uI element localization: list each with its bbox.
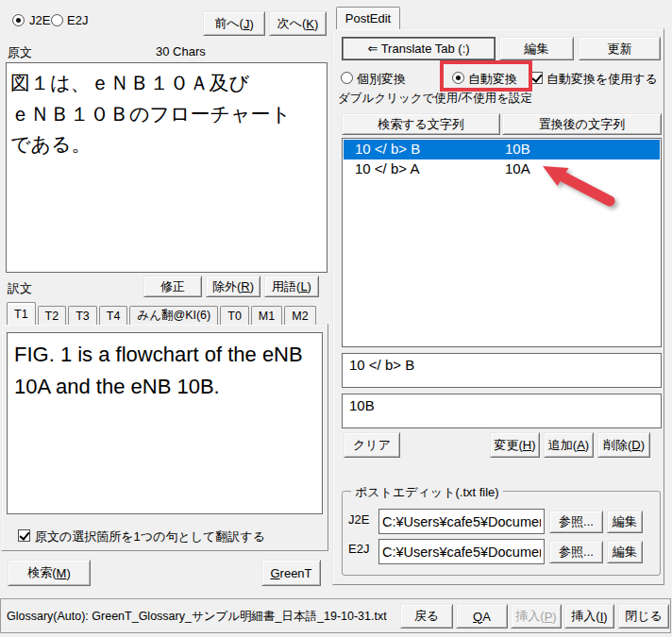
j2e-path-input[interactable] bbox=[378, 509, 545, 534]
e2j-browse-button[interactable]: 参照... bbox=[549, 541, 603, 563]
term-button[interactable]: 用語(L) bbox=[264, 276, 319, 297]
tab-m1[interactable]: M1 bbox=[251, 306, 282, 325]
exclude-button[interactable]: 除外(R) bbox=[206, 276, 260, 297]
e2j-edit-button[interactable]: 編集 bbox=[607, 541, 643, 563]
use-auto-checkbox-label: 自動変換を使用する bbox=[546, 71, 658, 88]
cell-search: 10 </ b> B bbox=[355, 141, 420, 157]
search-string-input[interactable]: 10 </ b> B bbox=[342, 353, 662, 388]
path-row-label-j2e: J2E bbox=[348, 512, 369, 527]
tab-t2[interactable]: T2 bbox=[38, 306, 67, 325]
sentence-checkbox[interactable] bbox=[18, 529, 30, 542]
label: 前へ( bbox=[214, 15, 244, 32]
radio-e2j[interactable] bbox=[51, 14, 63, 26]
delete-button[interactable]: 削除(D) bbox=[597, 432, 650, 458]
label: K bbox=[306, 17, 314, 31]
table-row[interactable]: 10 </ b> B 10B bbox=[344, 140, 660, 159]
char-count: 30 Chars bbox=[156, 44, 206, 59]
tab-minhon[interactable]: みん翻@KI(6) bbox=[129, 306, 218, 325]
label: ) bbox=[552, 610, 556, 624]
radio-j2e[interactable] bbox=[12, 14, 25, 26]
tab-postedit[interactable]: PostEdit bbox=[336, 7, 400, 29]
source-label: 原文 bbox=[8, 44, 32, 61]
next-button[interactable]: 次へ(K) bbox=[269, 11, 327, 36]
column-header-search[interactable]: 検索する文字列 bbox=[342, 113, 500, 135]
search-button[interactable]: 検索(M) bbox=[8, 560, 91, 586]
label: H bbox=[523, 438, 531, 452]
label: Q bbox=[473, 610, 482, 624]
label: A bbox=[482, 610, 491, 624]
sentence-checkbox-label: 原文の選択箇所を1つの句として翻訳する bbox=[35, 528, 265, 545]
label: M bbox=[57, 566, 67, 580]
add-button[interactable]: 追加(A) bbox=[544, 432, 594, 458]
cell-replace: 10A bbox=[505, 160, 530, 176]
postedit-file-group-label: ポストエディット(.txt file) bbox=[351, 484, 503, 501]
translation-textarea[interactable]: FIG. 1 is a flowchart of the eNB 10A and… bbox=[7, 332, 323, 514]
e2j-path-input[interactable] bbox=[378, 539, 545, 564]
doubleclick-hint: ダブルクリックで使用/不使用を設定 bbox=[338, 91, 532, 107]
radio-e2j-label: E2J bbox=[67, 13, 88, 27]
tab-t3[interactable]: T3 bbox=[68, 306, 97, 325]
highlight-box bbox=[440, 60, 532, 92]
j2e-browse-button[interactable]: 参照... bbox=[549, 511, 603, 533]
label: D bbox=[631, 438, 640, 452]
update-button[interactable]: 更新 bbox=[579, 37, 661, 60]
insert-p-button: 挿入(P) bbox=[511, 604, 562, 629]
label: 挿入( bbox=[571, 608, 599, 625]
label: ) bbox=[308, 279, 311, 293]
column-header-replace[interactable]: 置換後の文字列 bbox=[502, 113, 662, 135]
prev-button[interactable]: 前へ(J) bbox=[203, 11, 265, 36]
label: ) bbox=[66, 566, 70, 580]
fix-button[interactable]: 修正 bbox=[143, 276, 202, 297]
label: reenT bbox=[280, 566, 312, 580]
glossary-status: Glossary(Auto): GreenT_Glossary_サンプル明細書_… bbox=[7, 609, 387, 625]
label: R bbox=[241, 279, 249, 293]
radio-j2e-label: J2E bbox=[29, 13, 50, 27]
path-row-label-e2j: E2J bbox=[348, 542, 369, 556]
close-button[interactable]: 閉じる bbox=[618, 604, 669, 629]
cell-search: 10 </ b> A bbox=[355, 160, 419, 176]
tab-t1[interactable]: T1 bbox=[7, 302, 36, 325]
tab-m2[interactable]: M2 bbox=[284, 306, 315, 325]
label: ) bbox=[531, 438, 535, 452]
source-textarea[interactable]: 図１は、ｅＮＢ１０Ａ及び ｅＮＢ１０Ｂのフローチャート である。 bbox=[6, 62, 328, 273]
label: ) bbox=[641, 438, 645, 452]
label: ) bbox=[314, 17, 318, 31]
cell-replace: 10B bbox=[505, 141, 530, 157]
label: L bbox=[300, 279, 307, 293]
label: ) bbox=[250, 279, 254, 293]
label: 追加( bbox=[548, 437, 577, 454]
label: ) bbox=[603, 610, 607, 624]
label: 検索( bbox=[27, 564, 56, 581]
insert-i-button[interactable]: 挿入(I) bbox=[564, 604, 614, 629]
annotation-arrow bbox=[534, 158, 629, 216]
tab-t0[interactable]: T0 bbox=[220, 306, 249, 325]
label: G bbox=[270, 566, 279, 580]
label: 挿入( bbox=[515, 608, 544, 625]
tab-t4[interactable]: T4 bbox=[99, 306, 128, 325]
translate-tab-button[interactable]: ⇐ Translate Tab (:) bbox=[342, 37, 496, 60]
radio-individual[interactable] bbox=[341, 72, 353, 84]
label: ) bbox=[249, 17, 253, 31]
label: 変更( bbox=[494, 437, 522, 454]
change-button[interactable]: 変更(H) bbox=[490, 432, 540, 458]
label: 削除( bbox=[603, 437, 631, 454]
clear-button[interactable]: クリア bbox=[344, 432, 400, 458]
label: A bbox=[577, 438, 585, 452]
replace-string-input[interactable]: 10B bbox=[342, 394, 662, 428]
target-label: 訳文 bbox=[8, 280, 32, 297]
greent-button[interactable]: GreenT bbox=[261, 560, 321, 586]
radio-individual-label: 個別変換 bbox=[357, 71, 406, 88]
label: 次へ( bbox=[277, 15, 307, 32]
back-button[interactable]: 戻る bbox=[400, 604, 453, 629]
label: 用語( bbox=[272, 278, 300, 295]
edit-button[interactable]: 編集 bbox=[499, 37, 574, 60]
qa-button[interactable]: QA bbox=[456, 604, 508, 629]
j2e-edit-button[interactable]: 編集 bbox=[607, 511, 643, 533]
label: P bbox=[545, 610, 553, 624]
label: ) bbox=[585, 438, 589, 452]
label: 除外( bbox=[212, 278, 241, 295]
